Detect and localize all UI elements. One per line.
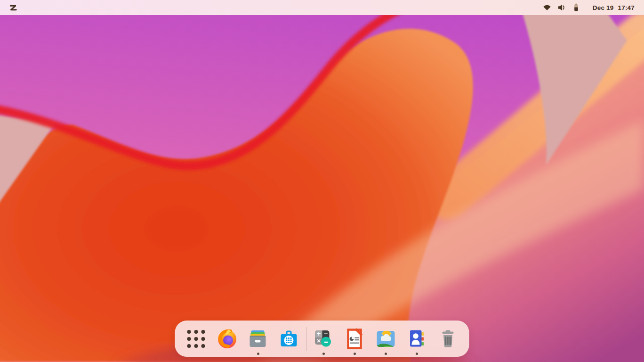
software-store-bag-icon: [279, 328, 300, 350]
dock-item-software[interactable]: [274, 321, 305, 357]
top-panel: Dec 19 17:47: [0, 0, 644, 15]
panel-time: 17:47: [618, 4, 635, 11]
running-indicator: [322, 353, 325, 355]
dock-item-contacts[interactable]: [402, 321, 433, 357]
dock-item-impress[interactable]: [339, 321, 370, 357]
files-cabinet-icon: [248, 328, 269, 350]
activities-button[interactable]: [5, 1, 21, 14]
dock-item-weather[interactable]: [370, 321, 402, 357]
contacts-book-icon: [406, 328, 428, 350]
firefox-icon: [217, 328, 238, 350]
svg-text:+: +: [316, 330, 321, 337]
dock-item-calculator[interactable]: + − × =: [308, 321, 339, 357]
running-indicator: [354, 353, 356, 355]
running-indicator: [416, 353, 418, 355]
running-indicator: [257, 353, 259, 355]
svg-text:−: −: [323, 330, 328, 337]
wifi-icon: [543, 3, 551, 12]
battery-icon: [572, 3, 580, 12]
dock-item-firefox[interactable]: [212, 321, 243, 357]
libreoffice-impress-icon: [344, 328, 366, 350]
volume-icon: [557, 3, 566, 12]
trash-can-icon: [437, 328, 459, 350]
svg-text:=: =: [323, 338, 328, 345]
zorin-logo-icon: [8, 3, 18, 13]
dock-item-files[interactable]: [243, 321, 274, 357]
dock: + − × =: [175, 321, 469, 357]
calculator-icon: + − × =: [313, 328, 335, 350]
desktop-wallpaper: [0, 0, 644, 362]
clock-button[interactable]: Dec 19 17:47: [584, 3, 639, 12]
running-indicator: [385, 353, 387, 355]
app-grid-icon: [185, 328, 207, 350]
svg-text:×: ×: [316, 337, 321, 344]
dock-separator: [306, 327, 307, 351]
panel-date: Dec 19: [593, 4, 614, 11]
system-status-area[interactable]: [539, 2, 584, 13]
dock-item-show-apps[interactable]: [181, 321, 212, 357]
weather-icon: [375, 328, 397, 350]
dock-item-trash[interactable]: [433, 321, 464, 357]
